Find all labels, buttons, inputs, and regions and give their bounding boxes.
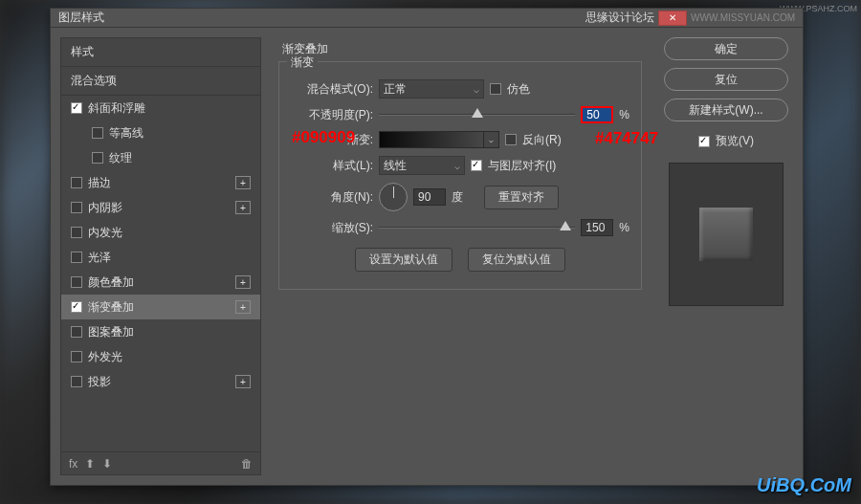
blend-mode-select[interactable]: 正常: [379, 79, 484, 99]
style-label: 光泽: [88, 250, 111, 266]
add-effect-icon[interactable]: +: [235, 300, 251, 314]
align-label: 与图层对齐(I): [488, 158, 556, 174]
angle-dial[interactable]: [379, 183, 408, 211]
right-panel: 确定 复位 新建样式(W)... 预览(V): [659, 37, 793, 475]
style-row[interactable]: 渐变叠加+: [61, 295, 260, 319]
styles-header[interactable]: 样式: [61, 38, 260, 67]
style-label: 内阴影: [88, 200, 122, 216]
style-label: 样式(L):: [291, 158, 373, 174]
close-button[interactable]: ✕: [658, 11, 687, 26]
style-label: 描边: [88, 175, 111, 191]
style-label: 颜色叠加: [88, 274, 134, 291]
new-style-button[interactable]: 新建样式(W)...: [664, 99, 788, 121]
layer-style-dialog: 图层样式 思缘设计论坛 ✕ WWW.MISSYUAN.COM 样式 混合选项 斜…: [50, 8, 804, 486]
style-checkbox[interactable]: [71, 276, 82, 288]
style-label: 投影: [88, 374, 111, 390]
forum-name: 思缘设计论坛: [585, 10, 654, 26]
gradient-dropdown-icon[interactable]: ⌵: [484, 131, 499, 148]
style-row[interactable]: 斜面和浮雕: [61, 96, 260, 121]
scale-unit: %: [619, 221, 629, 234]
site-badge: WWW.MISSYUAN.COM: [691, 12, 795, 23]
style-checkbox[interactable]: [71, 376, 82, 387]
annotation-color-left: #090909: [292, 128, 355, 147]
annotation-color-right: #474747: [595, 129, 658, 148]
footer-down-icon[interactable]: ⬇: [102, 457, 112, 471]
style-row[interactable]: 光泽: [61, 245, 260, 270]
style-row[interactable]: 内发光: [61, 220, 260, 245]
opacity-label: 不透明度(P):: [291, 107, 373, 123]
style-row[interactable]: 等高线: [61, 121, 260, 145]
add-effect-icon[interactable]: +: [235, 375, 251, 388]
blend-options-row[interactable]: 混合选项: [61, 67, 260, 96]
watermark: UiBQ.CoM: [757, 474, 851, 496]
scale-slider[interactable]: [379, 221, 575, 234]
trash-icon[interactable]: 🗑: [241, 457, 253, 471]
style-checkbox[interactable]: [71, 102, 82, 114]
style-checkbox[interactable]: [71, 202, 82, 213]
gradient-swatch[interactable]: [379, 131, 484, 148]
style-checkbox[interactable]: [92, 127, 103, 139]
styles-footer: fx ⬆ ⬇ 🗑: [61, 451, 260, 474]
style-label: 渐变叠加: [88, 299, 134, 316]
angle-input[interactable]: 90: [413, 188, 446, 206]
style-checkbox[interactable]: [71, 252, 82, 263]
style-checkbox[interactable]: [71, 326, 82, 338]
footer-up-icon[interactable]: ⬆: [85, 457, 95, 471]
style-row[interactable]: 外发光: [61, 344, 260, 369]
section-title: 渐变叠加: [278, 41, 642, 57]
align-checkbox[interactable]: [471, 160, 482, 171]
scale-input[interactable]: 150: [581, 219, 613, 236]
style-label: 图案叠加: [88, 324, 134, 340]
gradient-overlay-panel: 渐变叠加 渐变 混合模式(O): 正常 仿色 不透明度(P): 50 %: [271, 37, 650, 475]
fieldset-legend: 渐变: [287, 55, 318, 71]
blend-mode-label: 混合模式(O):: [291, 81, 373, 98]
fx-icon[interactable]: fx: [69, 457, 77, 471]
style-checkbox[interactable]: [71, 177, 82, 188]
style-checkbox[interactable]: [71, 301, 82, 313]
opacity-input[interactable]: 50: [581, 106, 613, 123]
style-row[interactable]: 投影+: [61, 369, 260, 394]
style-label: 纹理: [109, 150, 132, 166]
opacity-slider[interactable]: [379, 108, 575, 121]
angle-label: 角度(N):: [291, 189, 373, 206]
reverse-label: 反向(R): [522, 132, 562, 148]
dither-checkbox[interactable]: [490, 83, 501, 95]
preview-box: [669, 163, 784, 306]
preview-thumbnail: [697, 206, 755, 263]
gradient-fieldset: 渐变 混合模式(O): 正常 仿色 不透明度(P): 50 % 渐变:: [278, 61, 642, 290]
add-effect-icon[interactable]: +: [235, 275, 251, 289]
style-row[interactable]: 内阴影+: [61, 195, 260, 220]
ok-button[interactable]: 确定: [664, 37, 788, 60]
style-row[interactable]: 描边+: [61, 170, 260, 195]
angle-unit: 度: [452, 189, 463, 206]
style-row[interactable]: 纹理: [61, 145, 260, 170]
style-row[interactable]: 颜色叠加+: [61, 270, 260, 295]
reset-default-button[interactable]: 复位为默认值: [468, 248, 565, 272]
style-label: 外发光: [88, 349, 122, 365]
add-effect-icon[interactable]: +: [235, 176, 251, 189]
reset-align-button[interactable]: 重置对齐: [484, 186, 559, 209]
dither-label: 仿色: [507, 81, 530, 98]
style-checkbox[interactable]: [71, 351, 82, 362]
scale-label: 缩放(S):: [291, 220, 373, 236]
opacity-unit: %: [619, 108, 629, 121]
style-label: 等高线: [109, 125, 144, 142]
style-select[interactable]: 线性: [379, 156, 465, 175]
styles-list-panel: 样式 混合选项 斜面和浮雕等高线纹理描边+内阴影+内发光光泽颜色叠加+渐变叠加+…: [60, 37, 261, 475]
style-row[interactable]: 图案叠加: [61, 319, 260, 344]
titlebar: 图层样式 思缘设计论坛 ✕ WWW.MISSYUAN.COM: [51, 9, 803, 28]
set-default-button[interactable]: 设置为默认值: [355, 248, 453, 272]
add-effect-icon[interactable]: +: [235, 201, 251, 214]
style-checkbox[interactable]: [92, 152, 103, 164]
preview-label: 预览(V): [716, 133, 754, 149]
cancel-button[interactable]: 复位: [664, 68, 788, 91]
style-checkbox[interactable]: [71, 227, 82, 238]
window-title: 图层样式: [58, 10, 104, 26]
style-label: 斜面和浮雕: [88, 100, 145, 117]
reverse-checkbox[interactable]: [505, 134, 517, 145]
preview-checkbox[interactable]: [698, 136, 710, 147]
style-label: 内发光: [88, 225, 122, 241]
